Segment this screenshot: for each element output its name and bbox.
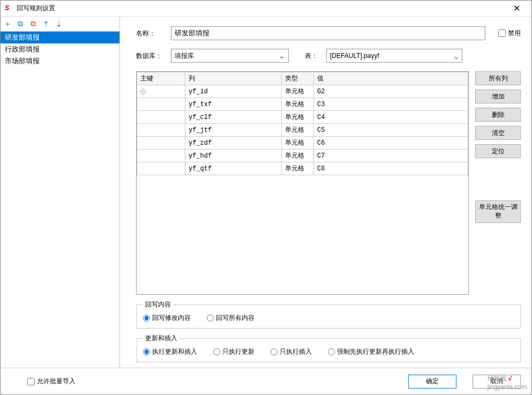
- footer: 允许批量导入 确定 取消: [1, 368, 531, 394]
- move-down-icon[interactable]: ⇣: [54, 19, 64, 29]
- name-label: 名称：: [136, 29, 166, 38]
- th-key: 主键: [137, 72, 185, 85]
- writeback-fieldset: 回写内容 回写修改内容 回写所有内容: [136, 300, 521, 329]
- locate-button[interactable]: 定位: [475, 144, 521, 158]
- copy-icon[interactable]: ⧉: [16, 19, 25, 29]
- disable-checkbox[interactable]: 禁用: [498, 29, 521, 38]
- writeback-opt2[interactable]: 回写所有内容: [207, 314, 254, 323]
- cell-key[interactable]: [137, 111, 185, 124]
- db-select[interactable]: 填报库: [171, 49, 289, 63]
- cell-val[interactable]: C4: [314, 111, 468, 124]
- rule-item-2[interactable]: 市场部填报: [1, 55, 119, 67]
- cell-col[interactable]: yf_hdf: [185, 150, 282, 162]
- move-up-icon[interactable]: ⇡: [41, 19, 51, 29]
- rule-list: 研发部填报 行政部填报 市场部填报: [1, 32, 119, 368]
- cell-type[interactable]: 单元格: [282, 98, 314, 111]
- writeback-opt1[interactable]: 回写修改内容: [143, 314, 191, 323]
- th-type: 类型: [282, 72, 314, 85]
- window-title: 回写规则设置: [17, 4, 506, 13]
- cell-key[interactable]: [137, 162, 185, 175]
- cell-key[interactable]: [137, 150, 185, 162]
- ui-opt4[interactable]: 强制先执行更新再执行插入: [328, 347, 414, 356]
- ui-opt2[interactable]: 只执行更新: [213, 347, 254, 356]
- cell-val[interactable]: C3: [314, 98, 468, 111]
- cell-type[interactable]: 单元格: [282, 137, 314, 150]
- writeback-legend: 回写内容: [143, 300, 173, 309]
- cancel-button[interactable]: 取消: [473, 375, 521, 389]
- cell-key[interactable]: [137, 98, 185, 111]
- cell-key[interactable]: [137, 124, 185, 137]
- cell-col[interactable]: yf_jtf: [185, 124, 282, 137]
- cell-key[interactable]: ⚿: [137, 85, 185, 98]
- ok-button[interactable]: 确定: [408, 375, 456, 389]
- cell-val[interactable]: C5: [314, 124, 468, 137]
- cell-val[interactable]: C7: [314, 150, 468, 162]
- table-select[interactable]: [DEFAULT].payyf: [326, 49, 462, 63]
- cell-key[interactable]: [137, 137, 185, 150]
- update-insert-fieldset: 更新和插入 执行更新和插入 只执行更新 只执行插入 强制先执行更新再执行插入: [136, 334, 521, 362]
- ui-opt3[interactable]: 只执行插入: [271, 347, 312, 356]
- table-row[interactable]: yf_qtf单元格C8: [137, 162, 468, 175]
- cell-type[interactable]: 单元格: [282, 85, 314, 98]
- update-insert-legend: 更新和插入: [143, 334, 179, 343]
- table-label: 表：: [305, 51, 321, 61]
- cell-adjust-button[interactable]: 单元格统一调整: [475, 200, 521, 223]
- add-button[interactable]: 增加: [475, 90, 521, 103]
- ui-opt1[interactable]: 执行更新和插入: [143, 347, 197, 356]
- side-buttons: 所有列 增加 删除 清空 定位 单元格统一调整: [475, 71, 521, 295]
- cell-col[interactable]: yf_txf: [185, 98, 282, 111]
- table-row[interactable]: yf_txf单元格C3: [137, 98, 468, 111]
- sidebar: ＋ ⧉ ⧉ ⇡ ⇣ 研发部填报 行政部填报 市场部填报: [1, 17, 120, 368]
- table-row[interactable]: yf_clf单元格C4: [137, 111, 468, 124]
- app-icon: S: [5, 4, 13, 13]
- clear-button[interactable]: 清空: [475, 126, 521, 140]
- main-panel: 名称： 禁用 数据库： 填报库 表： [DEFAULT].payyf: [120, 17, 531, 368]
- cell-col[interactable]: yf_qtf: [185, 162, 282, 175]
- name-input[interactable]: [171, 26, 485, 40]
- add-icon[interactable]: ＋: [3, 19, 12, 29]
- cell-type[interactable]: 单元格: [282, 150, 314, 162]
- rule-item-0[interactable]: 研发部填报: [1, 32, 119, 43]
- delete-icon[interactable]: ⧉: [28, 19, 38, 29]
- cell-val[interactable]: C8: [314, 162, 468, 175]
- cell-type[interactable]: 单元格: [282, 162, 314, 175]
- rule-item-1[interactable]: 行政部填报: [1, 43, 119, 55]
- table-row[interactable]: yf_jtf单元格C5: [137, 124, 468, 137]
- table-row[interactable]: yf_hdf单元格C7: [137, 150, 468, 162]
- cell-col[interactable]: yf_clf: [185, 111, 282, 124]
- cell-val[interactable]: G2: [314, 85, 468, 98]
- disable-label: 禁用: [508, 29, 521, 38]
- mapping-table: 主键 列 类型 值 ⚿yf_id单元格G2yf_txf单元格C3yf_clf单元…: [136, 71, 469, 295]
- cell-val[interactable]: C6: [314, 137, 468, 150]
- cell-type[interactable]: 单元格: [282, 111, 314, 124]
- cell-col[interactable]: yf_id: [185, 85, 282, 98]
- key-icon: ⚿: [139, 86, 147, 95]
- cell-col[interactable]: yf_zdf: [185, 137, 282, 150]
- th-col: 列: [185, 72, 282, 85]
- db-label: 数据库：: [136, 51, 166, 61]
- close-icon[interactable]: ✕: [506, 3, 527, 13]
- table-row[interactable]: ⚿yf_id单元格G2: [137, 85, 468, 98]
- disable-checkbox-input[interactable]: [498, 29, 506, 37]
- cell-type[interactable]: 单元格: [282, 124, 314, 137]
- title-bar: S 回写规则设置 ✕: [1, 1, 531, 17]
- batch-import-label: 允许批量导入: [37, 377, 76, 386]
- all-cols-button[interactable]: 所有列: [475, 71, 521, 85]
- batch-import-checkbox[interactable]: [27, 378, 35, 385]
- table-row[interactable]: yf_zdf单元格C6: [137, 137, 468, 150]
- th-val: 值: [314, 72, 468, 85]
- delete-button[interactable]: 删除: [475, 108, 521, 122]
- sidebar-toolbar: ＋ ⧉ ⧉ ⇡ ⇣: [1, 17, 119, 32]
